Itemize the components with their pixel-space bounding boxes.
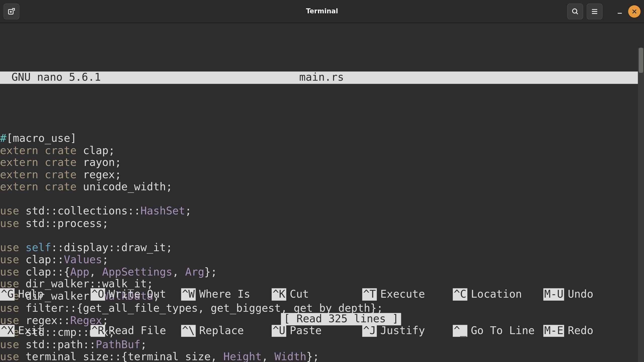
shortcut-label: Write Out — [109, 288, 166, 300]
nano-file-name: main.rs — [0, 71, 643, 83]
shortcut-key: ^R — [91, 325, 105, 337]
scrollbar-thumb[interactable] — [639, 48, 643, 73]
terminal-viewport[interactable]: GNU nano 5.6.1 main.rs #[macro_use]exter… — [0, 23, 644, 362]
search-icon — [571, 7, 579, 15]
code-token: crate — [45, 156, 77, 169]
shortcut-key: ^K — [272, 288, 286, 300]
code-token: extern — [0, 144, 38, 156]
shortcut-key: ^T — [362, 288, 377, 300]
code-token: ; — [185, 205, 191, 217]
code-token: ::display::draw_it; — [51, 241, 172, 254]
shortcut-row-2: ^XExit^RRead File^\Replace^UPaste^JJusti… — [0, 325, 644, 337]
shortcut-key: M-E — [543, 325, 564, 337]
code-line: extern crate unicode_width; — [0, 181, 644, 193]
code-token: unicode_width; — [77, 180, 173, 193]
close-icon — [631, 8, 637, 14]
code-line — [0, 193, 644, 205]
shortcut-key: ^O — [91, 288, 105, 300]
shortcut-key: ^G — [0, 288, 15, 300]
code-line: use std::process; — [0, 217, 644, 230]
shortcut-label: Cut — [290, 288, 309, 300]
shortcut-exit: ^XExit — [0, 325, 91, 337]
code-token: crate — [45, 144, 77, 156]
minimize-icon — [616, 8, 623, 15]
shortcut-key: ^W — [181, 288, 196, 300]
code-token: # — [0, 132, 6, 144]
shortcut-key: ^_ — [453, 325, 467, 337]
shortcut-key: ^X — [0, 325, 15, 337]
code-token: crate — [45, 180, 77, 193]
shortcut-row-1: ^GHelp^OWrite Out^WWhere Is^KCut^TExecut… — [0, 288, 644, 300]
code-token: regex; — [77, 168, 122, 181]
code-token: std::process; — [19, 217, 108, 229]
hamburger-menu-button[interactable] — [587, 3, 602, 19]
shortcut-label: Where Is — [199, 288, 250, 300]
nano-header-bar: GNU nano 5.6.1 main.rs — [0, 71, 643, 84]
close-button[interactable] — [628, 5, 640, 17]
shortcut-label: Replace — [199, 325, 244, 337]
code-token — [38, 168, 45, 181]
shortcut-label: Help — [18, 288, 44, 300]
shortcut-go-to-line: ^_Go To Line — [453, 325, 543, 337]
code-token — [38, 156, 45, 169]
terminal-scrollbar[interactable] — [638, 48, 644, 362]
code-token: clap; — [77, 144, 115, 156]
shortcut-label: Undo — [568, 288, 593, 300]
code-token: self — [26, 241, 51, 254]
code-line: extern crate regex; — [0, 169, 644, 181]
code-line: use self::display::draw_it; — [0, 242, 644, 254]
shortcut-key: ^U — [272, 325, 286, 337]
shortcut-label: Redo — [568, 325, 593, 337]
code-line — [0, 230, 644, 242]
code-token — [38, 180, 45, 193]
nano-shortcut-bar: ^GHelp^OWrite Out^WWhere Is^KCut^TExecut… — [0, 264, 644, 362]
shortcut-redo: M-ERedo — [543, 325, 634, 337]
code-token: std::collections:: — [19, 205, 140, 217]
code-token: crate — [45, 168, 77, 181]
shortcut-replace: ^\Replace — [181, 325, 272, 337]
code-token: use — [0, 217, 19, 229]
shortcut-label: Location — [471, 288, 522, 300]
shortcut-undo: M-UUndo — [543, 288, 634, 300]
code-token — [38, 144, 45, 156]
shortcut-justify: ^JJustify — [362, 325, 453, 337]
new-tab-icon — [8, 7, 16, 15]
code-token: HashSet — [140, 205, 185, 217]
shortcut-write-out: ^OWrite Out — [91, 288, 181, 300]
shortcut-key: ^J — [362, 325, 377, 337]
shortcut-where-is: ^WWhere Is — [181, 288, 272, 300]
shortcut-label: Execute — [380, 288, 425, 300]
hamburger-icon — [591, 7, 599, 15]
shortcut-cut: ^KCut — [272, 288, 362, 300]
window-title: Terminal — [0, 8, 644, 15]
shortcut-label: Exit — [18, 325, 44, 337]
code-token: rayon; — [77, 156, 122, 169]
shortcut-label: Read File — [109, 325, 166, 337]
minimize-button[interactable] — [615, 8, 625, 15]
shortcut-key: ^\ — [181, 325, 196, 337]
code-token: [macro_use] — [6, 132, 76, 144]
code-line: extern crate clap; — [0, 145, 644, 157]
code-token: extern — [0, 168, 38, 181]
shortcut-key: M-U — [543, 288, 564, 300]
code-line: extern crate rayon; — [0, 157, 644, 169]
code-line: use std::collections::HashSet; — [0, 205, 644, 217]
shortcut-help: ^GHelp — [0, 288, 91, 300]
new-tab-button[interactable] — [4, 3, 19, 19]
shortcut-paste: ^UPaste — [272, 325, 362, 337]
code-token — [19, 241, 25, 254]
shortcut-key: ^C — [453, 288, 467, 300]
search-button[interactable] — [567, 3, 583, 19]
shortcut-label: Go To Line — [471, 325, 535, 337]
code-token: extern — [0, 156, 38, 169]
code-token: use — [0, 241, 19, 254]
shortcut-read-file: ^RRead File — [91, 325, 181, 337]
shortcut-label: Paste — [290, 325, 322, 337]
shortcut-execute: ^TExecute — [362, 288, 453, 300]
shortcut-label: Justify — [380, 325, 425, 337]
svg-point-1 — [573, 9, 577, 13]
code-token: use — [0, 205, 19, 217]
code-line: #[macro_use] — [0, 132, 644, 145]
shortcut-location: ^CLocation — [453, 288, 543, 300]
window-titlebar: Terminal — [0, 0, 644, 23]
